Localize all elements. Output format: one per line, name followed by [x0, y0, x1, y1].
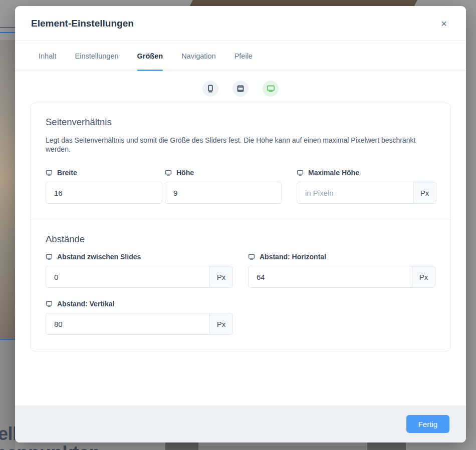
field-label-text: Abstand: Horizontal	[260, 253, 326, 261]
max-height-input-wrap: Px	[297, 182, 436, 204]
max-height-input[interactable]	[297, 182, 413, 203]
px-unit-suffix: Px	[413, 182, 436, 203]
device-switcher	[15, 71, 466, 100]
field-label-text: Höhe	[176, 169, 194, 177]
backdrop-dark-box	[367, 442, 406, 450]
width-input[interactable]	[46, 182, 162, 203]
px-unit-suffix: Px	[209, 266, 232, 287]
monitor-icon	[46, 301, 53, 307]
field-label-text: Breite	[57, 169, 77, 177]
modal-title: Element-Einstellungen	[31, 18, 134, 29]
modal-header: Element-Einstellungen ×	[15, 6, 466, 41]
horizontal-spacing-field-label: Abstand: Horizontal	[248, 253, 435, 261]
px-unit-suffix: Px	[412, 266, 435, 287]
modal-footer: Fertig	[15, 405, 466, 442]
field-label-text: Abstand: Vertikal	[57, 300, 114, 308]
width-field-label: Breite	[46, 169, 162, 177]
vertical-spacing-input-wrap: Px	[46, 313, 233, 335]
backdrop-divider	[0, 27, 15, 28]
horizontal-spacing-input-wrap: Px	[248, 266, 435, 288]
height-field-group: Höhe	[165, 169, 282, 204]
section-heading: Abstände	[46, 234, 435, 245]
max-height-field-group: Maximale Höhe Px	[297, 169, 436, 204]
spacing-section: Abstände Abstand zwischen Slides	[31, 220, 450, 351]
slide-gap-input[interactable]	[46, 266, 209, 287]
monitor-icon	[248, 254, 255, 260]
monitor-icon	[46, 170, 53, 176]
px-unit-suffix: Px	[209, 313, 232, 334]
horizontal-spacing-input[interactable]	[249, 266, 412, 287]
tab-pfeile[interactable]: Pfeile	[234, 41, 253, 71]
backdrop-text-fragment: nenpunkten	[0, 442, 100, 450]
settings-content: Seitenverhältnis Legt das Seitenverhältn…	[15, 100, 466, 405]
settings-tabs: Inhalt Einstellungen Größen Navigation P…	[15, 41, 466, 71]
close-icon[interactable]: ×	[439, 17, 449, 31]
desktop-icon[interactable]	[263, 81, 279, 97]
backdrop-blue-line-top	[0, 32, 15, 33]
vertical-spacing-field-label: Abstand: Vertikal	[46, 300, 233, 308]
backdrop-photo-strip	[0, 40, 15, 339]
field-label-text: Maximale Höhe	[308, 169, 359, 177]
field-label-text: Abstand zwischen Slides	[57, 253, 141, 261]
horizontal-spacing-field-group: Abstand: Horizontal Px	[248, 253, 435, 288]
sizes-card: Seitenverhältnis Legt das Seitenverhältn…	[30, 103, 451, 351]
tablet-icon[interactable]	[232, 81, 249, 97]
backdrop-gray-band	[198, 446, 367, 450]
slide-gap-field-group: Abstand zwischen Slides Px	[46, 253, 233, 288]
slide-gap-input-wrap: Px	[46, 266, 233, 288]
aspect-ratio-section: Seitenverhältnis Legt das Seitenverhältn…	[31, 103, 450, 220]
tab-navigation[interactable]: Navigation	[181, 41, 216, 71]
height-field-label: Höhe	[165, 169, 282, 177]
height-input[interactable]	[165, 182, 281, 203]
monitor-icon	[165, 170, 172, 176]
monitor-icon	[297, 170, 304, 176]
width-input-wrap	[46, 182, 162, 204]
done-button[interactable]: Fertig	[406, 415, 449, 433]
vertical-spacing-input[interactable]	[46, 313, 209, 334]
max-height-field-label: Maximale Höhe	[297, 169, 436, 177]
tab-groessen[interactable]: Größen	[137, 41, 163, 71]
slide-gap-field-label: Abstand zwischen Slides	[46, 253, 233, 261]
mobile-icon[interactable]	[202, 81, 218, 97]
backdrop-blue-line-bottom	[0, 339, 15, 340]
backdrop-dark-box	[165, 442, 198, 450]
vertical-spacing-field-group: Abstand: Vertikal Px	[46, 300, 233, 335]
width-field-group: Breite	[46, 169, 162, 204]
monitor-icon	[46, 254, 53, 260]
height-input-wrap	[165, 182, 282, 204]
section-heading: Seitenverhältnis	[46, 117, 435, 128]
tab-einstellungen[interactable]: Einstellungen	[75, 41, 118, 71]
element-settings-modal: Element-Einstellungen × Inhalt Einstellu…	[15, 6, 466, 442]
tab-inhalt[interactable]: Inhalt	[39, 41, 56, 71]
section-description: Legt das Seitenverhältnis und somit die …	[46, 136, 416, 154]
